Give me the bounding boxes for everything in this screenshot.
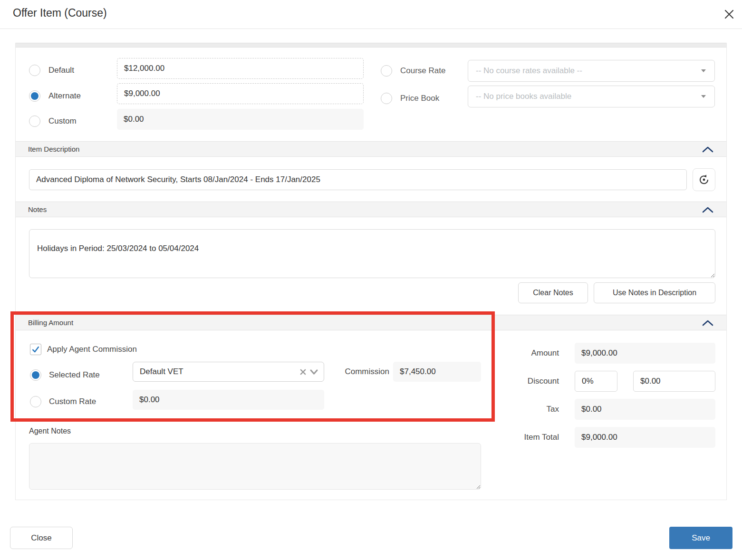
agent-notes-textarea[interactable]	[29, 443, 481, 490]
close-button[interactable]: Close	[10, 527, 73, 549]
discount-label: Discount	[491, 371, 559, 392]
collapse-item-description-icon[interactable]	[702, 145, 714, 153]
discount-percent-input[interactable]	[575, 371, 617, 392]
item-total-value: $9,000.00	[581, 433, 617, 442]
custom-commission-field: $0.00	[133, 390, 324, 410]
radio-price-book[interactable]	[381, 93, 392, 104]
amount-field: $9,000.00	[575, 343, 715, 364]
reset-description-button[interactable]	[693, 168, 715, 191]
header-divider	[0, 29, 742, 29]
radio-custom-label: Custom	[48, 116, 77, 127]
tax-label: Tax	[491, 399, 559, 420]
item-total-label: Item Total	[491, 427, 559, 448]
selected-rate-value: Default VET	[140, 367, 183, 377]
radio-default-rate[interactable]	[29, 65, 40, 76]
discount-amount-input[interactable]	[633, 371, 715, 392]
course-rate-label: Course Rate	[400, 65, 445, 77]
radio-custom-rate-top[interactable]	[29, 116, 40, 127]
radio-default-label: Default	[48, 65, 74, 76]
radio-custom-rate[interactable]	[30, 396, 41, 407]
commission-label: Commission	[325, 362, 389, 382]
alternate-rate-input[interactable]	[117, 83, 364, 104]
price-book-placeholder: -- No price books available	[476, 92, 571, 101]
commission-value: $7,450.00	[400, 367, 436, 377]
apply-agent-commission-label: Apply Agent Commission	[47, 344, 137, 355]
custom-rate-value: $0.00	[124, 115, 144, 124]
course-rate-dropdown[interactable]: -- No course rates available --	[468, 60, 715, 82]
course-rate-placeholder: -- No course rates available --	[476, 66, 582, 76]
billing-amount-title: Billing Amount	[28, 319, 73, 327]
close-icon[interactable]	[721, 6, 738, 23]
chevron-down-icon[interactable]	[310, 369, 318, 375]
page-title: Offer Item (Course)	[13, 7, 107, 19]
clear-notes-button[interactable]: Clear Notes	[518, 282, 588, 303]
radio-course-rate[interactable]	[381, 65, 392, 77]
price-book-label: Price Book	[400, 93, 439, 104]
custom-rate-input: $0.00	[117, 109, 364, 130]
restore-icon	[698, 174, 710, 185]
default-rate-input[interactable]	[117, 58, 364, 79]
commission-field: $7,450.00	[393, 362, 481, 382]
offer-item-panel: Default Alternate Custom $0.00 Course Ra…	[15, 43, 727, 500]
radio-alternate-label: Alternate	[48, 90, 81, 102]
use-notes-in-description-button[interactable]: Use Notes in Description	[594, 282, 715, 303]
radio-selected-rate[interactable]	[30, 369, 41, 381]
check-icon	[31, 345, 40, 354]
item-description-title: Item Description	[28, 145, 79, 153]
agent-notes-label: Agent Notes	[29, 427, 71, 435]
billing-amount-header: Billing Amount	[16, 315, 726, 330]
item-description-input[interactable]	[29, 169, 687, 190]
notes-header: Notes	[16, 202, 726, 217]
apply-agent-commission-checkbox[interactable]	[30, 344, 41, 355]
amount-value: $9,000.00	[581, 348, 617, 358]
save-button[interactable]: Save	[669, 527, 732, 549]
chevron-down-icon	[701, 95, 706, 98]
custom-rate-label: Custom Rate	[49, 396, 96, 407]
notes-title: Notes	[28, 205, 47, 213]
item-total-field: $9,000.00	[575, 427, 715, 448]
item-description-header: Item Description	[16, 141, 726, 157]
collapse-notes-icon[interactable]	[702, 206, 714, 213]
clear-selection-icon[interactable]	[300, 369, 306, 375]
chevron-down-icon	[701, 69, 706, 72]
collapsed-section-strip	[16, 43, 726, 48]
radio-alternate-rate[interactable]	[29, 90, 40, 102]
price-book-dropdown[interactable]: -- No price books available	[468, 86, 715, 107]
tax-field: $0.00	[575, 399, 715, 420]
selected-rate-dropdown[interactable]: Default VET	[133, 362, 324, 382]
custom-commission-value: $0.00	[139, 395, 160, 405]
amount-label: Amount	[491, 343, 559, 364]
collapse-billing-icon[interactable]	[702, 319, 714, 327]
selected-rate-label: Selected Rate	[49, 369, 100, 381]
tax-value: $0.00	[581, 405, 602, 414]
notes-textarea[interactable]: Holidays in Period: 25/03/2024 to 05/04/…	[29, 229, 715, 278]
